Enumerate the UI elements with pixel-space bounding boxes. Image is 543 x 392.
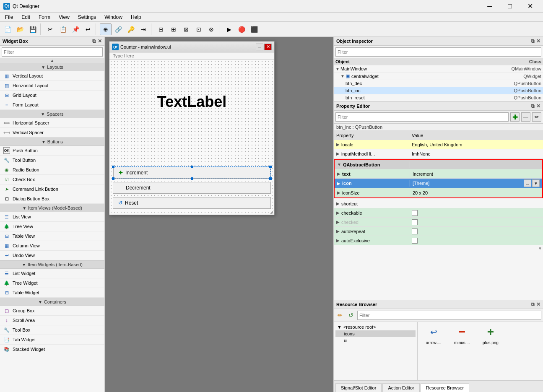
scroll-up-arrow[interactable]: ▲: [0, 58, 104, 63]
reset-button[interactable]: ↺ Reset: [113, 197, 271, 209]
minimize-button[interactable]: ─: [480, 0, 499, 13]
res-root-item[interactable]: ▼ <resource root>: [335, 324, 416, 330]
tab-resource-browser[interactable]: Resource Browser: [421, 383, 469, 392]
obj-row-centralwidget[interactable]: ▼ ▣ centralwidget QWidget: [334, 73, 543, 80]
res-icons-item[interactable]: icons: [335, 330, 416, 337]
widget-box-close-icon[interactable]: ✕: [98, 38, 102, 44]
maximize-button[interactable]: □: [500, 0, 520, 13]
checked-arrow[interactable]: ▶: [336, 220, 340, 224]
signal-edit-button[interactable]: 🔗: [112, 23, 124, 35]
icon-clear-button[interactable]: ▼: [532, 179, 540, 187]
widget-box-filter[interactable]: [2, 47, 103, 57]
prop-row-autoexclusive[interactable]: ▶ autoExclusive: [334, 236, 543, 245]
copy-button[interactable]: 📋: [57, 23, 69, 35]
widget-tool-box[interactable]: 🔧 Tool Box: [0, 325, 104, 335]
mainwindow-arrow[interactable]: ▼: [335, 67, 340, 71]
res-file-plus[interactable]: + plus.png: [478, 325, 503, 345]
widget-undo-view[interactable]: ↩ Undo View: [0, 251, 104, 260]
menu-settings[interactable]: Settings: [75, 13, 99, 21]
widget-table-widget[interactable]: ⊞ Table Widget: [0, 288, 104, 298]
prop-row-autorepeat[interactable]: ▶ autoRepeat: [334, 227, 543, 236]
obj-row-btn-inc[interactable]: btn_inc QPushButton: [334, 87, 543, 94]
shortcut-arrow[interactable]: ▶: [336, 201, 340, 206]
undo-button[interactable]: ↩: [82, 23, 94, 35]
checkable-checkbox[interactable]: [412, 210, 418, 216]
buddy-edit-button[interactable]: 🔑: [125, 23, 137, 35]
cut-button[interactable]: ✂: [44, 23, 56, 35]
widget-command-link-button[interactable]: ➤ Command Link Button: [0, 184, 104, 194]
layout-break-button[interactable]: ⊗: [205, 23, 217, 35]
widget-form-layout[interactable]: ≡ Form Layout: [0, 100, 104, 110]
new-button[interactable]: 📄: [2, 23, 13, 35]
prop-row-iconsize[interactable]: ▶ iconSize 20 x 20: [335, 188, 542, 197]
checked-checkbox[interactable]: [412, 219, 418, 225]
resource-filter[interactable]: [357, 311, 541, 320]
widget-vertical-layout[interactable]: ▥ Vertical Layout: [0, 71, 104, 81]
property-editor-close-icon[interactable]: ✕: [536, 103, 540, 109]
add-property-button[interactable]: ✚: [510, 112, 520, 122]
widget-push-button[interactable]: OK Push Button: [0, 146, 104, 156]
close-button[interactable]: ✕: [520, 0, 540, 13]
layout-v-button[interactable]: ⊞: [168, 23, 179, 35]
resize-handle[interactable]: [269, 210, 274, 215]
object-inspector-filter[interactable]: [335, 47, 541, 57]
widget-check-box[interactable]: ☑ Check Box: [0, 175, 104, 184]
qabstractbutton-arrow[interactable]: ▼: [337, 162, 341, 167]
res-file-minus[interactable]: − minus....: [449, 325, 475, 345]
menu-window[interactable]: Window: [101, 13, 126, 21]
prop-row-inputmethod[interactable]: ▶ inputMethodHi... ImhNone: [334, 149, 543, 158]
remove-property-button[interactable]: —: [521, 112, 530, 122]
property-editor-float-icon[interactable]: ⧉: [531, 103, 535, 109]
widget-box-float-icon[interactable]: ⧉: [92, 38, 96, 44]
widget-tool-button[interactable]: 🔧 Tool Button: [0, 156, 104, 165]
layout-g-button[interactable]: ⊠: [180, 23, 192, 35]
prop-row-text[interactable]: ▶ text Increment: [335, 169, 542, 179]
widget-h-spacer[interactable]: ⟺ Horizontal Spacer: [0, 118, 104, 128]
checkable-arrow[interactable]: ▶: [336, 210, 340, 215]
centralwidget-arrow[interactable]: ▼: [340, 74, 345, 78]
decrement-button[interactable]: — Decrement: [113, 182, 271, 194]
text-arrow[interactable]: ▶: [337, 171, 340, 176]
widget-group-box[interactable]: ▢ Group Box: [0, 306, 104, 316]
menu-edit[interactable]: Edit: [18, 13, 34, 21]
widget-list-widget[interactable]: ☰ List Widget: [0, 269, 104, 278]
property-filter[interactable]: [335, 112, 509, 122]
res-ui-item[interactable]: ui: [335, 337, 416, 344]
menu-view[interactable]: View: [55, 13, 73, 21]
layout-f-button[interactable]: ⊡: [193, 23, 205, 35]
obj-row-btn-reset[interactable]: btn_reset QPushButton: [334, 94, 543, 101]
resource-browser-close-icon[interactable]: ✕: [536, 301, 540, 307]
widget-horizontal-layout[interactable]: ▤ Horizontal Layout: [0, 81, 104, 91]
prop-row-locale[interactable]: ▶ locale English, United Kingdom: [334, 140, 543, 149]
edit-resource-button[interactable]: ✏: [335, 311, 345, 320]
object-inspector-close-icon[interactable]: ✕: [536, 38, 540, 44]
prop-section-qabstractbutton[interactable]: ▼ QAbstractButton: [335, 160, 542, 169]
autoexclusive-checkbox[interactable]: [412, 238, 418, 244]
obj-row-mainwindow[interactable]: ▼ MainWindow QMainWindow: [334, 65, 543, 73]
icon-arrow[interactable]: ▶: [337, 181, 340, 186]
autoexclusive-arrow[interactable]: ▶: [336, 238, 340, 243]
run-button[interactable]: 🔴: [236, 23, 247, 35]
resource-browser-float-icon[interactable]: ⧉: [531, 301, 535, 307]
increment-button[interactable]: ✚ Increment: [113, 167, 270, 179]
inputmethod-arrow[interactable]: ▶: [336, 151, 340, 156]
widget-dialog-button-box[interactable]: ⊡ Dialog Button Box: [0, 194, 104, 204]
design-close-button[interactable]: ✕: [264, 44, 272, 50]
widget-tree-view[interactable]: 🌲 Tree View: [0, 222, 104, 231]
paste-button[interactable]: 📌: [70, 23, 81, 35]
autorepeat-checkbox[interactable]: [412, 228, 418, 234]
locale-arrow[interactable]: ▶: [336, 142, 340, 147]
icon-browse-button[interactable]: ...: [524, 179, 531, 187]
prop-row-icon[interactable]: ▶ icon [Theme] ... ▼: [335, 179, 542, 188]
preview-button[interactable]: ▶: [223, 23, 235, 35]
canvas-area[interactable]: Qt Counter - mainwindow.ui ─ ✕ Type Here…: [105, 37, 333, 392]
widget-stacked-widget[interactable]: 📚 Stacked Widget: [0, 345, 104, 354]
widget-grid-layout[interactable]: ⊞ Grid Layout: [0, 91, 104, 100]
menu-help[interactable]: Help: [127, 13, 145, 21]
prop-row-checkable[interactable]: ▶ checkable: [334, 208, 543, 218]
stop-button[interactable]: ⬛: [248, 23, 260, 35]
tab-signal-slot[interactable]: Signal/Slot Editor: [335, 383, 382, 392]
res-file-arrow[interactable]: ↩ arrow-...: [421, 325, 446, 345]
obj-row-btn-dec[interactable]: btn_dec QPushButton: [334, 80, 543, 87]
prop-row-shortcut[interactable]: ▶ shortcut: [334, 199, 543, 208]
